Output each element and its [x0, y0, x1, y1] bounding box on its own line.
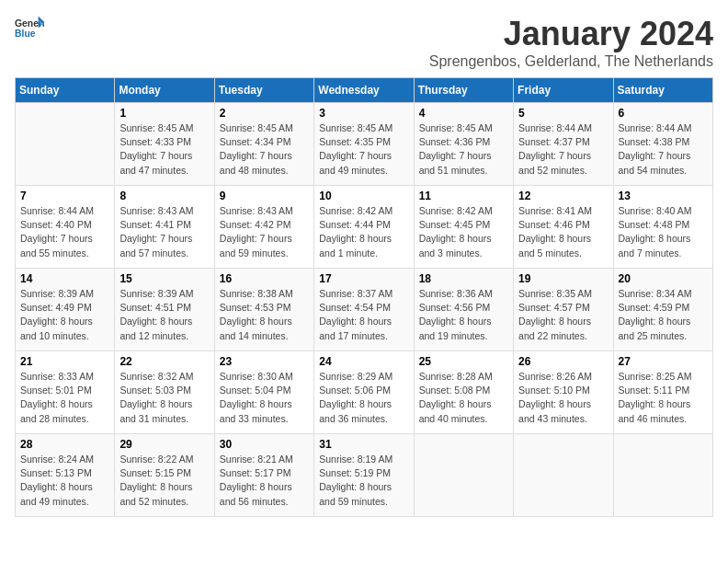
- day-number: 29: [119, 438, 209, 451]
- day-number: 3: [319, 107, 408, 120]
- day-detail: Sunrise: 8:44 AM Sunset: 4:38 PM Dayligh…: [619, 121, 708, 178]
- location-title: Sprengenbos, Gelderland, The Netherlands: [429, 53, 713, 70]
- day-number: 12: [518, 190, 608, 202]
- day-number: 15: [119, 272, 209, 285]
- calendar-cell: 10Sunrise: 8:42 AM Sunset: 4:44 PM Dayli…: [314, 186, 414, 269]
- day-detail: Sunrise: 8:45 AM Sunset: 4:36 PM Dayligh…: [419, 121, 508, 178]
- page-header: General Blue January 2024 Sprengenbos, G…: [15, 15, 713, 70]
- week-row-4: 21Sunrise: 8:33 AM Sunset: 5:01 PM Dayli…: [16, 351, 713, 434]
- week-row-5: 28Sunrise: 8:24 AM Sunset: 5:13 PM Dayli…: [16, 434, 713, 517]
- day-number: 5: [518, 107, 608, 120]
- calendar-cell: 13Sunrise: 8:40 AM Sunset: 4:48 PM Dayli…: [613, 186, 712, 269]
- calendar-cell: 16Sunrise: 8:38 AM Sunset: 4:53 PM Dayli…: [214, 269, 313, 351]
- weekday-header-friday: Friday: [514, 78, 613, 103]
- day-detail: Sunrise: 8:33 AM Sunset: 5:01 PM Dayligh…: [20, 370, 109, 426]
- day-detail: Sunrise: 8:29 AM Sunset: 5:06 PM Dayligh…: [319, 370, 408, 426]
- calendar-cell: 6Sunrise: 8:44 AM Sunset: 4:38 PM Daylig…: [613, 103, 712, 186]
- day-number: 6: [619, 107, 708, 120]
- calendar-cell: 7Sunrise: 8:44 AM Sunset: 4:40 PM Daylig…: [16, 186, 115, 269]
- month-title: January 2024: [429, 15, 713, 53]
- day-detail: Sunrise: 8:43 AM Sunset: 4:42 PM Dayligh…: [220, 204, 309, 260]
- week-row-1: 1Sunrise: 8:45 AM Sunset: 4:33 PM Daylig…: [16, 103, 713, 186]
- week-row-3: 14Sunrise: 8:39 AM Sunset: 4:49 PM Dayli…: [16, 269, 713, 351]
- day-detail: Sunrise: 8:24 AM Sunset: 5:13 PM Dayligh…: [20, 453, 109, 509]
- day-number: 13: [619, 190, 708, 202]
- day-detail: Sunrise: 8:26 AM Sunset: 5:10 PM Dayligh…: [518, 370, 608, 426]
- calendar-cell: [414, 434, 513, 517]
- calendar-cell: 25Sunrise: 8:28 AM Sunset: 5:08 PM Dayli…: [414, 351, 513, 434]
- day-detail: Sunrise: 8:43 AM Sunset: 4:41 PM Dayligh…: [119, 204, 209, 260]
- weekday-header-row: SundayMondayTuesdayWednesdayThursdayFrid…: [16, 78, 713, 103]
- day-number: 22: [119, 355, 209, 368]
- calendar-cell: 17Sunrise: 8:37 AM Sunset: 4:54 PM Dayli…: [314, 269, 414, 351]
- day-number: 19: [518, 272, 608, 285]
- day-number: 21: [20, 355, 109, 368]
- day-number: 16: [220, 272, 309, 285]
- day-detail: Sunrise: 8:34 AM Sunset: 4:59 PM Dayligh…: [619, 287, 708, 343]
- logo: General Blue: [15, 15, 44, 40]
- day-number: 10: [319, 190, 408, 202]
- day-detail: Sunrise: 8:45 AM Sunset: 4:35 PM Dayligh…: [319, 121, 408, 178]
- day-number: 27: [619, 355, 708, 368]
- calendar-cell: 2Sunrise: 8:45 AM Sunset: 4:34 PM Daylig…: [214, 103, 313, 186]
- weekday-header-wednesday: Wednesday: [314, 78, 414, 103]
- day-number: 2: [220, 107, 309, 120]
- calendar-cell: 30Sunrise: 8:21 AM Sunset: 5:17 PM Dayli…: [214, 434, 313, 517]
- weekday-header-monday: Monday: [115, 78, 214, 103]
- calendar-cell: [16, 103, 115, 186]
- day-detail: Sunrise: 8:42 AM Sunset: 4:45 PM Dayligh…: [419, 204, 508, 260]
- title-block: January 2024 Sprengenbos, Gelderland, Th…: [429, 15, 713, 70]
- day-number: 23: [220, 355, 309, 368]
- day-detail: Sunrise: 8:39 AM Sunset: 4:49 PM Dayligh…: [20, 287, 109, 343]
- calendar-cell: [514, 434, 613, 517]
- day-number: 24: [319, 355, 408, 368]
- calendar-cell: 27Sunrise: 8:25 AM Sunset: 5:11 PM Dayli…: [613, 351, 712, 434]
- svg-text:Blue: Blue: [15, 29, 36, 39]
- day-detail: Sunrise: 8:44 AM Sunset: 4:37 PM Dayligh…: [518, 121, 608, 178]
- day-number: 8: [119, 190, 209, 202]
- day-detail: Sunrise: 8:42 AM Sunset: 4:44 PM Dayligh…: [319, 204, 408, 260]
- day-number: 30: [220, 438, 309, 451]
- day-detail: Sunrise: 8:45 AM Sunset: 4:33 PM Dayligh…: [119, 121, 209, 178]
- day-number: 4: [419, 107, 508, 120]
- calendar-cell: 31Sunrise: 8:19 AM Sunset: 5:19 PM Dayli…: [314, 434, 414, 517]
- day-detail: Sunrise: 8:36 AM Sunset: 4:56 PM Dayligh…: [419, 287, 508, 343]
- calendar-cell: [613, 434, 712, 517]
- calendar-table: SundayMondayTuesdayWednesdayThursdayFrid…: [15, 77, 713, 517]
- calendar-cell: 22Sunrise: 8:32 AM Sunset: 5:03 PM Dayli…: [115, 351, 214, 434]
- day-number: 17: [319, 272, 408, 285]
- day-number: 25: [419, 355, 508, 368]
- calendar-cell: 11Sunrise: 8:42 AM Sunset: 4:45 PM Dayli…: [414, 186, 513, 269]
- calendar-cell: 12Sunrise: 8:41 AM Sunset: 4:46 PM Dayli…: [514, 186, 613, 269]
- calendar-cell: 9Sunrise: 8:43 AM Sunset: 4:42 PM Daylig…: [214, 186, 313, 269]
- calendar-cell: 23Sunrise: 8:30 AM Sunset: 5:04 PM Dayli…: [214, 351, 313, 434]
- day-detail: Sunrise: 8:35 AM Sunset: 4:57 PM Dayligh…: [518, 287, 608, 343]
- day-detail: Sunrise: 8:39 AM Sunset: 4:51 PM Dayligh…: [119, 287, 209, 343]
- day-number: 11: [419, 190, 508, 202]
- day-number: 18: [419, 272, 508, 285]
- calendar-cell: 8Sunrise: 8:43 AM Sunset: 4:41 PM Daylig…: [115, 186, 214, 269]
- day-number: 1: [119, 107, 209, 120]
- day-detail: Sunrise: 8:25 AM Sunset: 5:11 PM Dayligh…: [619, 370, 708, 426]
- logo-icon: General Blue: [15, 15, 44, 40]
- day-detail: Sunrise: 8:41 AM Sunset: 4:46 PM Dayligh…: [518, 204, 608, 260]
- day-number: 9: [220, 190, 309, 202]
- day-detail: Sunrise: 8:28 AM Sunset: 5:08 PM Dayligh…: [419, 370, 508, 426]
- day-number: 31: [319, 438, 408, 451]
- calendar-cell: 19Sunrise: 8:35 AM Sunset: 4:57 PM Dayli…: [514, 269, 613, 351]
- day-number: 7: [20, 190, 109, 202]
- day-number: 26: [518, 355, 608, 368]
- calendar-cell: 20Sunrise: 8:34 AM Sunset: 4:59 PM Dayli…: [613, 269, 712, 351]
- weekday-header-tuesday: Tuesday: [214, 78, 313, 103]
- weekday-header-saturday: Saturday: [613, 78, 712, 103]
- day-detail: Sunrise: 8:37 AM Sunset: 4:54 PM Dayligh…: [319, 287, 408, 343]
- calendar-cell: 3Sunrise: 8:45 AM Sunset: 4:35 PM Daylig…: [314, 103, 414, 186]
- day-detail: Sunrise: 8:30 AM Sunset: 5:04 PM Dayligh…: [220, 370, 309, 426]
- calendar-cell: 14Sunrise: 8:39 AM Sunset: 4:49 PM Dayli…: [16, 269, 115, 351]
- calendar-cell: 24Sunrise: 8:29 AM Sunset: 5:06 PM Dayli…: [314, 351, 414, 434]
- day-number: 14: [20, 272, 109, 285]
- day-detail: Sunrise: 8:19 AM Sunset: 5:19 PM Dayligh…: [319, 453, 408, 509]
- day-detail: Sunrise: 8:38 AM Sunset: 4:53 PM Dayligh…: [220, 287, 309, 343]
- day-detail: Sunrise: 8:44 AM Sunset: 4:40 PM Dayligh…: [20, 204, 109, 260]
- calendar-cell: 1Sunrise: 8:45 AM Sunset: 4:33 PM Daylig…: [115, 103, 214, 186]
